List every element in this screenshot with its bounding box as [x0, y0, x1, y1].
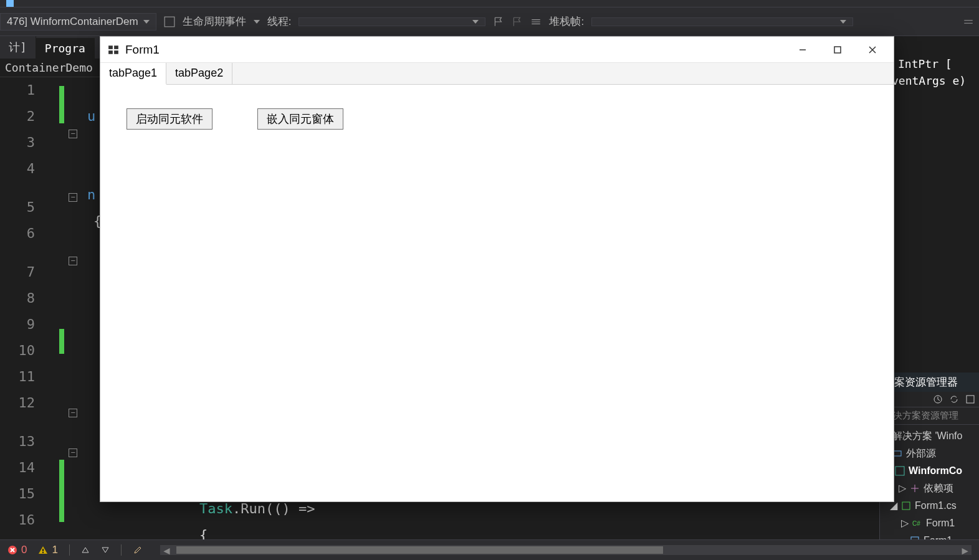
svg-rect-9: [108, 45, 113, 49]
svg-rect-16: [42, 549, 44, 551]
dropdown-arrow-icon[interactable]: [254, 20, 260, 24]
form1-tabcontrol: tabPage1 tabPage2: [100, 63, 894, 85]
deps-icon: [910, 483, 920, 493]
workspace: 计] Progra ContainerDemo 1 2 3 4 5 6 7 8 …: [0, 36, 979, 539]
launch-tongyuan-button[interactable]: 启动同元软件: [127, 108, 213, 130]
svg-text:C#: C#: [912, 520, 920, 527]
svg-rect-12: [114, 50, 118, 54]
form1-title: Form1: [125, 43, 785, 57]
lifecycle-icon[interactable]: [164, 16, 175, 27]
tree-form-child[interactable]: ▷ C# Form1: [881, 515, 978, 532]
svg-rect-6: [902, 502, 910, 510]
flag-outline-icon[interactable]: [512, 16, 523, 27]
tree-form-child[interactable]: Form1: [881, 532, 978, 539]
svg-rect-3: [967, 396, 974, 403]
maximize-button[interactable]: [820, 37, 855, 62]
form1-client-area: 启动同元软件 嵌入同元窗体: [100, 85, 894, 500]
solution-tree[interactable]: ◢ 解决方案 'Winfo 外部源 ◢ WinformCo ▷ 依赖项 ◢ Fo…: [880, 425, 979, 539]
nav-down-icon[interactable]: [101, 546, 110, 554]
svg-rect-10: [114, 45, 118, 49]
lifecycle-label: 生命周期事件: [183, 14, 246, 29]
tab-page1[interactable]: tabPage1: [100, 63, 166, 85]
history-icon[interactable]: [933, 394, 943, 404]
svg-rect-14: [834, 47, 841, 53]
editor-tab-design[interactable]: 计]: [0, 36, 36, 59]
collapse-icon[interactable]: [965, 394, 975, 404]
dropdown-arrow-icon: [143, 20, 150, 24]
main-toolbar: [0, 0, 979, 7]
chevron-right-icon: ▷: [901, 515, 909, 532]
signature-hint: IntPtr [ ventArgs e): [892, 36, 979, 87]
line-gutter: 1 2 3 4 5 6 7 8 9 10 11 12 13 14 15 16: [0, 77, 44, 539]
cs-icon: C#: [912, 518, 922, 528]
svg-rect-0: [6, 0, 14, 7]
warning-count[interactable]: 1: [38, 544, 57, 556]
svg-rect-5: [895, 467, 904, 475]
tree-external[interactable]: 外部源: [881, 445, 978, 462]
brush-icon[interactable]: [133, 545, 143, 555]
minimize-button[interactable]: [785, 37, 820, 62]
dropdown-arrow-icon: [472, 20, 479, 24]
tree-project[interactable]: ◢ WinformCo: [881, 462, 978, 480]
stackframe-combo[interactable]: [591, 17, 853, 26]
hint-param: ventArgs e): [892, 74, 979, 87]
scrollbar-thumb[interactable]: [176, 546, 663, 554]
scroll-right-icon[interactable]: ►: [960, 545, 970, 558]
editor-tab-program[interactable]: Progra: [36, 38, 95, 59]
flag-icon[interactable]: [493, 16, 504, 27]
svg-rect-4: [894, 451, 901, 456]
process-combo[interactable]: 476] WinformContainerDem: [0, 13, 156, 31]
svg-rect-17: [42, 552, 44, 553]
svg-rect-11: [108, 50, 113, 54]
thread-combo[interactable]: [298, 17, 485, 26]
chevron-right-icon: ▷: [899, 480, 906, 497]
tab-page2[interactable]: tabPage2: [166, 63, 232, 84]
overflow-icon[interactable]: [963, 16, 974, 27]
save-icon[interactable]: [5, 0, 15, 7]
csproj-icon: [895, 466, 905, 476]
process-label: 476] WinformContainerDem: [7, 16, 138, 28]
hint-type: IntPtr [: [892, 57, 979, 70]
tree-form-cs[interactable]: ◢ Form1.cs: [881, 497, 978, 515]
status-bar: 0 1 ◄ ►: [0, 539, 979, 560]
form1-titlebar[interactable]: Form1: [100, 37, 894, 63]
window-icon: [108, 44, 119, 55]
solution-explorer-tools: [880, 392, 979, 407]
close-button[interactable]: [855, 37, 890, 62]
error-count[interactable]: 0: [7, 544, 27, 556]
solution-explorer: 方案资源管理器 解决方案资源管理 ◢ 解决方案 'Winfo 外部源 ◢ Win…: [879, 373, 979, 539]
solution-search[interactable]: 解决方案资源管理: [880, 407, 979, 425]
tree-solution[interactable]: ◢ 解决方案 'Winfo: [881, 427, 978, 445]
horizontal-scrollbar[interactable]: ◄ ►: [160, 545, 972, 555]
form-icon: [901, 501, 911, 511]
tree-deps[interactable]: ▷ 依赖项: [881, 480, 978, 497]
nav-up-icon[interactable]: [81, 546, 90, 554]
embed-tongyuan-button[interactable]: 嵌入同元窗体: [257, 108, 343, 130]
form1-window: Form1 tabPage1 tabPage2 启动同元软件 嵌入同元窗体: [100, 36, 894, 502]
debug-toolbar: 476] WinformContainerDem 生命周期事件 线程: 堆栈帧:: [0, 7, 979, 36]
stackframe-label: 堆栈帧:: [549, 14, 584, 29]
scroll-left-icon[interactable]: ◄: [161, 545, 172, 558]
svg-rect-1: [165, 17, 174, 27]
thread-label: 线程:: [267, 14, 292, 29]
dropdown-arrow-icon: [840, 20, 846, 24]
stack-frame-icon[interactable]: [530, 16, 542, 27]
sync-icon[interactable]: [949, 394, 959, 404]
solution-explorer-title: 方案资源管理器: [880, 373, 979, 392]
